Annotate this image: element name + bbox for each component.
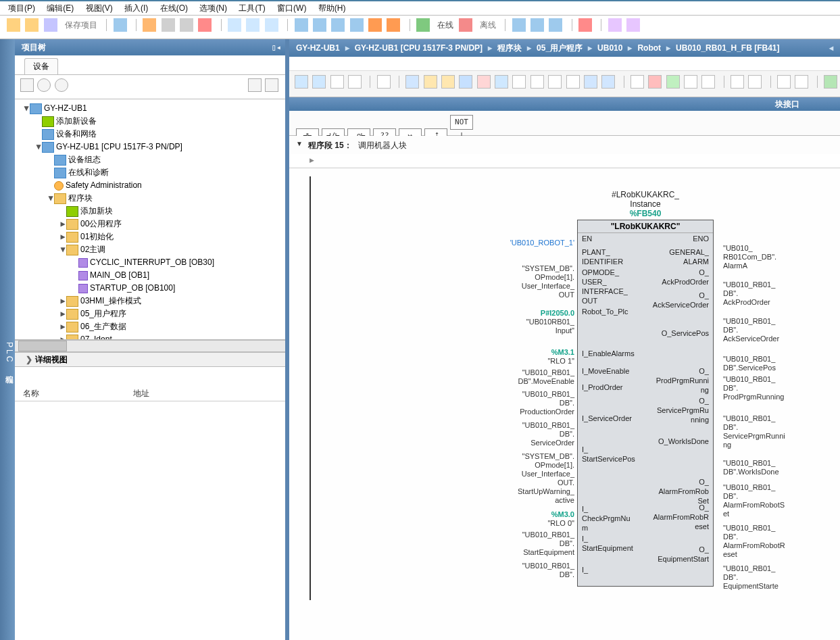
kop-icon1[interactable] <box>295 75 308 89</box>
save-icon[interactable] <box>44 18 57 32</box>
breadcrumb-item[interactable]: UB010_RB01_H_FB [FB41] <box>676 39 779 57</box>
tree-item[interactable]: CYCLIC_INTERRUPT_OB [OB30] <box>15 256 285 269</box>
fb-input-pin[interactable]: I_ <box>578 564 645 586</box>
fb-input-pin[interactable]: OPMODE_USER_INTERFACE_OUT <box>578 267 645 306</box>
tree-caret[interactable]: ▶ <box>59 320 66 333</box>
et-icon21[interactable] <box>731 75 744 89</box>
offline-label[interactable]: 离线 <box>480 20 496 31</box>
fb-input-operand[interactable]: %M3.0"RLO 0" <box>426 510 574 528</box>
tree-caret[interactable]: ▼ <box>23 102 30 115</box>
fb-output-operand[interactable]: "UB010_RB01_DB".ProdPrgmRunning <box>723 375 840 401</box>
et-icon9[interactable] <box>495 75 508 89</box>
fb-output-operand[interactable]: "UB010_RB01_DB".EquipmentStarte <box>723 564 840 591</box>
project-tree[interactable]: ▼GY-HZ-UB1 添加新设备 设备和网络▼GY-HZ-UB1 [CPU 15… <box>15 99 285 340</box>
tree-new-icon[interactable] <box>20 78 34 92</box>
fb-input-pin[interactable]: I_EnableAlarms <box>578 348 645 366</box>
copy-icon[interactable] <box>162 18 175 32</box>
fb-input-operand[interactable]: 'UB010_ROBOT_1' <box>426 239 574 247</box>
tree-item[interactable]: 添加新块 <box>15 205 285 218</box>
tree-item[interactable]: STARTUP_OB [OB100] <box>15 282 285 295</box>
side-tab-plc-programming[interactable]: PLC 编程 <box>0 39 15 640</box>
tree-caret[interactable]: ▶ <box>59 218 66 230</box>
breadcrumb-item[interactable]: GY-HZ-UB1 <box>296 39 340 57</box>
fb-output-pin[interactable]: O_AlarmFromRobReset <box>646 502 714 544</box>
fb-output-pin[interactable]: O_AckServiceOrder <box>646 290 714 328</box>
tree-item[interactable]: 设备和网络 <box>15 128 285 141</box>
et-icon4[interactable] <box>405 75 419 89</box>
tree-hscrollbar[interactable] <box>15 340 285 352</box>
menu-help[interactable]: 帮助(H) <box>318 3 346 13</box>
split1-icon[interactable] <box>608 18 622 32</box>
et-icon19[interactable] <box>684 75 697 89</box>
tree-view2-icon[interactable] <box>265 78 278 92</box>
et-icon5[interactable] <box>424 75 437 89</box>
menu-file[interactable]: 项目(P) <box>8 3 35 13</box>
fb-input-pin[interactable]: I_CheckPrgmNum <box>578 503 645 533</box>
tab-devices[interactable]: 设备 <box>24 58 58 74</box>
network-comment-row[interactable] <box>289 154 840 168</box>
et-icon1[interactable] <box>330 75 344 89</box>
cut-icon[interactable] <box>143 18 156 32</box>
et-icon20[interactable] <box>701 75 715 89</box>
delete-icon[interactable] <box>198 18 212 32</box>
et-icon13[interactable] <box>566 75 580 89</box>
fb-input-operand[interactable]: "UB010_RB01_DB".StartEquipment <box>426 531 574 557</box>
fb-output-pin[interactable]: O_AlarmFromRobSet <box>646 476 714 502</box>
fb-output-pin[interactable]: O_WorkIsDone <box>646 436 714 476</box>
fb-output-operand[interactable]: "UB010_RB01_DB".ServicePrgmRunning <box>723 414 840 449</box>
tree-item[interactable]: ▼程序块 <box>15 192 285 205</box>
breadcrumb-item[interactable]: GY-HZ-UB1 [CPU 1517F-3 PN/DP] <box>355 39 483 57</box>
fb-input-operand[interactable]: "SYSTEM_DB".OPmode[1].User_Interface_OUT <box>426 264 574 299</box>
rt-icon[interactable] <box>387 18 400 32</box>
et-icon22[interactable] <box>748 75 762 89</box>
open-project-icon[interactable] <box>25 18 39 32</box>
fb-input-pin[interactable]: I_MoveEnable <box>578 366 645 382</box>
fb-input-operand[interactable]: P#I2050.0"UB010RB01_Input" <box>426 309 574 335</box>
online-label[interactable]: 在线 <box>437 20 453 31</box>
tree-item[interactable]: 在线和诊断 <box>15 166 285 179</box>
fb-output-pin[interactable]: O_AckProdOrder <box>646 267 714 290</box>
tree-caret[interactable]: ▶ <box>59 230 66 243</box>
et-icon25[interactable] <box>824 75 837 89</box>
et-icon17[interactable] <box>648 75 662 89</box>
fb-input-operand[interactable]: "UB010_RB01_DB".MoveEnable <box>426 368 574 386</box>
menu-bar[interactable]: 项目(P) 编辑(E) 视图(V) 插入(I) 在线(O) 选项(N) 工具(T… <box>0 0 840 16</box>
fb-input-operand[interactable]: %M3.1"RLO 1" <box>426 348 574 366</box>
fb-output-operand[interactable]: "UB010_RB01_DB".AckServiceOrder <box>723 317 840 343</box>
tree-view1-icon[interactable] <box>248 78 262 92</box>
tree-item[interactable]: MAIN_OB [OB1] <box>15 269 285 282</box>
et-icon2[interactable] <box>348 75 362 89</box>
breadcrumb-nav-left[interactable]: ◂ <box>829 39 833 57</box>
tree-item[interactable]: ▶01初始化 <box>15 230 285 243</box>
menu-view[interactable]: 视图(V) <box>86 3 113 13</box>
menu-online[interactable]: 在线(O) <box>160 3 188 13</box>
download-icon[interactable] <box>295 18 308 32</box>
cross-icon[interactable] <box>578 18 592 32</box>
et-icon11[interactable] <box>530 75 544 89</box>
fb-input-pin[interactable]: I_StartServicePos <box>578 444 645 503</box>
go-offline-icon[interactable] <box>459 18 472 32</box>
acc1-icon[interactable] <box>512 18 526 32</box>
acc2-icon[interactable] <box>530 18 544 32</box>
tree-item[interactable]: Safety Administration <box>15 179 285 192</box>
sim-icon[interactable] <box>368 18 382 32</box>
fb-input-pin[interactable]: EN <box>578 233 645 247</box>
fb-output-operand[interactable]: "UB010_RB01_DB".AlarmFromRobotSet <box>723 483 840 518</box>
panel-collapse-icon[interactable]: ▯◂ <box>272 39 281 55</box>
fb-output-operand[interactable]: "UB010_RB01_DB".AckProdOrder <box>723 280 840 307</box>
et-icon3[interactable] <box>377 75 391 89</box>
lad-insert-button[interactable]: NOT —|— <box>450 115 473 130</box>
tree-caret[interactable]: ▶ <box>59 333 66 340</box>
et-icon14[interactable] <box>584 75 597 89</box>
et-icon16[interactable] <box>631 75 644 89</box>
fb-input-pin[interactable]: PLANT_IDENTIFIER <box>578 247 645 267</box>
network-title[interactable]: 程序段 15： 调用机器人块 <box>289 136 840 154</box>
menu-tools[interactable]: 工具(T) <box>239 3 265 13</box>
fb-output-pin[interactable]: O_ServicePrgmRunning <box>646 395 714 436</box>
tree-caret[interactable]: ▼ <box>35 141 42 153</box>
fb-output-operand[interactable]: "UB010_RB01_DB".WorkIsDone <box>723 459 840 476</box>
paste-icon[interactable] <box>180 18 193 32</box>
tree-item[interactable]: ▶05_用户程序 <box>15 307 285 320</box>
fb-output-operand[interactable]: "UB010_RB01_DB".ServicePos <box>723 355 840 372</box>
menu-options[interactable]: 选项(N) <box>199 3 227 13</box>
